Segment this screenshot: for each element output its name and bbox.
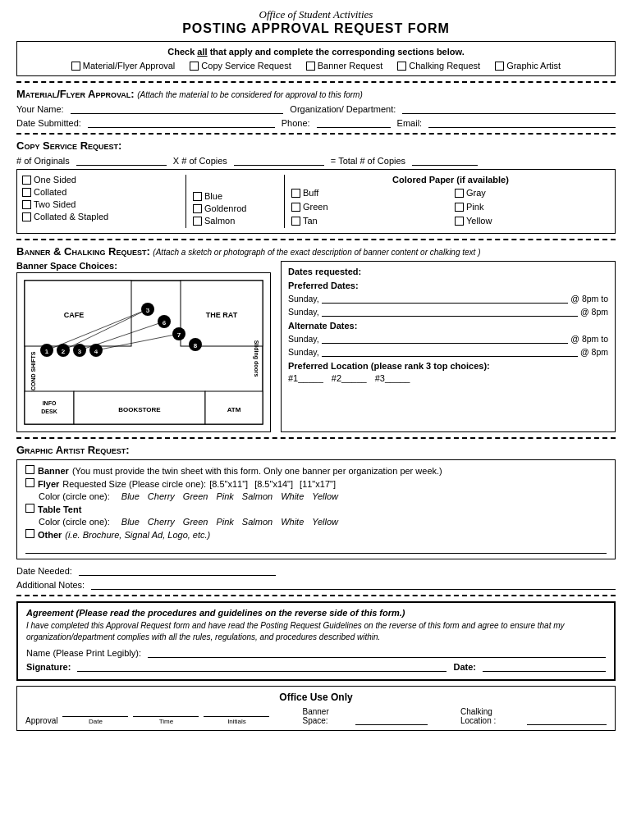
agreement-title-note: (Please read the procedures and guidelin… (76, 608, 405, 618)
banner-space-title: Banner Space Choices: (16, 261, 271, 271)
additional-notes-label: Additional Notes: (16, 580, 85, 590)
pink-label: Pink (466, 202, 483, 212)
org-subtitle: Office of Student Activities (16, 8, 616, 21)
blue-row[interactable]: Blue (193, 191, 277, 201)
cb-two-sided[interactable] (22, 200, 31, 209)
material-heading-text: Material/Flyer Approval: (16, 88, 135, 100)
cb-graphic[interactable] (495, 62, 504, 71)
agreement-name-line: Name (Please Print Legibly): (26, 646, 606, 658)
collated-stapled-label: Collated & Stapled (34, 212, 108, 221)
location-choices: #1_____ #2_____ #3_____ (288, 373, 608, 383)
alternate-date-2-field[interactable] (322, 346, 578, 357)
cb-other[interactable] (25, 529, 34, 538)
salmon-label: Salmon (204, 216, 235, 226)
graphic-table-tent-row: Table Tent (25, 504, 607, 514)
collated-row[interactable]: Collated (22, 187, 179, 197)
approval-initials-field[interactable] (204, 716, 269, 717)
goldenrod-label: Goldenrod (204, 203, 246, 213)
cb-graphic-flyer[interactable] (25, 478, 34, 487)
one-sided-row[interactable]: One Sided (22, 175, 179, 185)
approval-date-field[interactable] (62, 716, 128, 717)
checkbox-banner[interactable]: Banner Request (306, 61, 383, 71)
cb-yellow[interactable] (455, 217, 464, 226)
approval-time-group: Time (133, 716, 199, 725)
banner-space-field[interactable] (355, 724, 428, 725)
email-field[interactable] (428, 116, 616, 128)
colored-paper-grid: Buff Gray Green Pink Tan (291, 188, 610, 228)
two-sided-row[interactable]: Two Sided (22, 199, 179, 209)
loc2-field: #2_____ (332, 373, 367, 383)
cb-collated-stapled[interactable] (22, 212, 31, 221)
copy-left-col: One Sided Collated Two Sided Collated & … (22, 175, 186, 228)
pink-row[interactable]: Pink (455, 202, 610, 212)
approval-date-group: Date (62, 716, 128, 725)
alternate-date-1-field[interactable] (322, 333, 569, 344)
org-dept-field[interactable] (402, 103, 616, 114)
agreement-name-label: Name (Please Print Legibly): (26, 648, 141, 658)
phone-field[interactable] (317, 116, 391, 128)
other-label: Other (38, 530, 62, 540)
loc1-field: #1_____ (288, 373, 323, 383)
cb-salmon[interactable] (193, 217, 202, 226)
cb-goldenrod[interactable] (193, 204, 202, 213)
checkbox-chalking[interactable]: Chalking Request (397, 61, 480, 71)
agreement-name-field[interactable] (148, 646, 606, 658)
x-copies-field[interactable] (234, 154, 324, 166)
date-needed-field[interactable] (79, 564, 276, 576)
other-underline[interactable] (25, 542, 607, 554)
cb-pink[interactable] (455, 203, 464, 212)
total-copies-field[interactable] (412, 154, 478, 166)
tt-color-white: White (281, 517, 304, 527)
yellow-row[interactable]: Yellow (455, 216, 610, 226)
banner-dates-area: Dates requested: Preferred Dates: Sunday… (281, 261, 616, 432)
collated-stapled-row[interactable]: Collated & Stapled (22, 212, 179, 221)
your-name-field[interactable] (71, 103, 284, 114)
agreement-date-field[interactable] (483, 660, 606, 672)
gray-row[interactable]: Gray (455, 188, 610, 198)
graphic-banner-note: (You must provide the twin sheet with th… (72, 466, 442, 476)
buff-row[interactable]: Buff (291, 188, 447, 198)
salmon-row[interactable]: Salmon (193, 216, 277, 226)
approval-initials-group: Initials (204, 716, 269, 725)
svg-text:BOOKSTORE: BOOKSTORE (118, 406, 161, 413)
cb-buff[interactable] (291, 189, 300, 198)
cb-green[interactable] (291, 203, 300, 212)
cb-chalking[interactable] (397, 62, 406, 71)
originals-field[interactable] (76, 154, 167, 166)
cb-one-sided[interactable] (22, 176, 31, 185)
banner-section-body: Banner Space Choices: CAFE THE RAT SECON… (16, 261, 616, 432)
approval-time-field[interactable] (133, 716, 199, 717)
cb-banner[interactable] (306, 62, 315, 71)
copy-middle-col: Blue Goldenrod Salmon (186, 175, 285, 228)
checkbox-copy[interactable]: Copy Service Request (190, 61, 291, 71)
svg-text:ATM: ATM (227, 406, 241, 413)
date-needed-line: Date Needed: (16, 564, 616, 576)
additional-notes-field[interactable] (91, 578, 616, 590)
cb-tan[interactable] (291, 217, 300, 226)
cb-collated[interactable] (22, 188, 31, 197)
cb-graphic-banner[interactable] (25, 465, 34, 474)
flyer-color-options: Blue Cherry Green Pink Salmon White Yell… (121, 491, 338, 501)
cb-material[interactable] (71, 62, 80, 71)
date-submitted-field[interactable] (88, 116, 275, 128)
checkbox-graphic[interactable]: Graphic Artist (495, 61, 561, 71)
tt-color-green: Green (183, 517, 208, 527)
approval-label: Approval (25, 716, 57, 725)
cb-table-tent[interactable] (25, 504, 34, 513)
tan-row[interactable]: Tan (291, 216, 447, 226)
checkbox-material[interactable]: Material/Flyer Approval (71, 61, 176, 71)
agreement-sig-field[interactable] (77, 660, 447, 672)
preferred-date-2-field[interactable] (322, 306, 578, 317)
cb-blue[interactable] (193, 192, 202, 201)
copy-right-col: Colored Paper (if available) Buff Gray G… (285, 175, 610, 228)
page-header: Office of Student Activities Posting App… (16, 8, 616, 36)
chalking-location-field[interactable] (527, 724, 607, 725)
one-sided-label: One Sided (34, 175, 76, 185)
cb-gray[interactable] (455, 189, 464, 198)
green-row[interactable]: Green (291, 202, 447, 212)
cb-copy[interactable] (190, 62, 199, 71)
flyer-size-note: Requested Size (Please circle one): (62, 479, 206, 489)
color-salmon: Salmon (242, 491, 272, 501)
preferred-date-1-field[interactable] (322, 293, 569, 304)
goldenrod-row[interactable]: Goldenrod (193, 203, 277, 213)
